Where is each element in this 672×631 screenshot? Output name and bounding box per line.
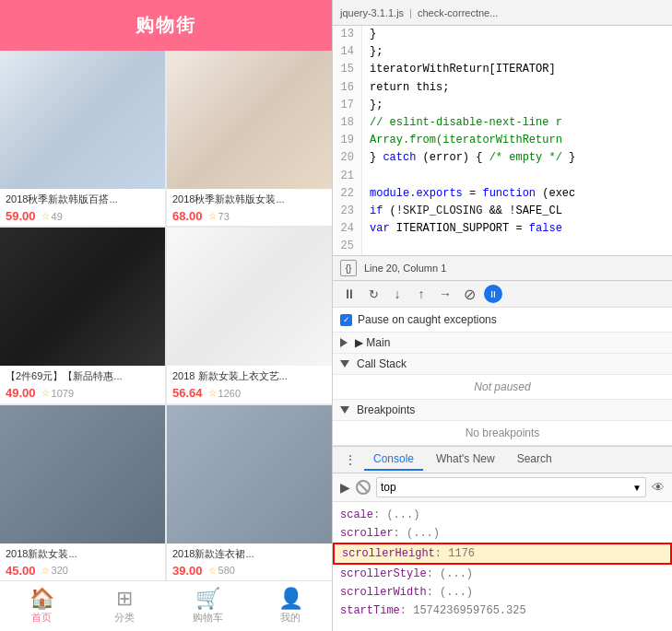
console-line: scroller: (...) <box>333 524 672 543</box>
code-line: 15 iteratorWithReturn[ITERATOR] <box>333 61 672 78</box>
prop-name: scale <box>340 508 373 521</box>
product-price-row: 45.00 ☆320 <box>6 564 159 578</box>
console-line: scrollerWidth: (...) <box>333 583 672 602</box>
product-info: 2018新款女装... 45.00 ☆320 <box>0 543 165 580</box>
devtools-panel: jquery-3.1.1.js | check-correctne... 13 … <box>332 0 672 631</box>
product-price-row: 56.64 ☆1260 <box>172 386 326 400</box>
product-card[interactable]: 【2件69元】【新品特惠... 49.00 ☆1079 <box>0 228 165 403</box>
product-image <box>167 405 332 543</box>
prop-value: : 1176 <box>435 547 475 560</box>
pretty-print-button[interactable]: {} <box>340 260 357 276</box>
nav-item-首页[interactable]: 🏠 首页 <box>0 581 83 631</box>
tab-console[interactable]: Console <box>364 449 423 471</box>
status-bar: {} Line 20, Column 1 <box>333 255 672 281</box>
threads-label: ▶ Main <box>355 336 390 349</box>
product-image <box>167 51 332 189</box>
call-stack-label: Call Stack <box>357 357 407 370</box>
product-price-row: 59.00 ☆49 <box>6 209 159 223</box>
exception-row: ✓ Pause on caught exceptions <box>333 308 672 333</box>
bottom-nav: 🏠 首页 ⊞ 分类 🛒 购物车 👤 我的 <box>0 580 332 631</box>
line-number: 23 <box>333 203 362 220</box>
step-over-button[interactable]: ↻ <box>364 285 383 303</box>
file-tab-check[interactable]: check-correctne... <box>418 7 498 18</box>
prop-name: startTime <box>340 604 400 617</box>
line-number: 16 <box>333 79 362 97</box>
product-price-row: 49.00 ☆1079 <box>6 386 159 400</box>
product-rating: ☆1260 <box>208 388 241 399</box>
console-line: scrollerHeight: 1176 <box>333 543 672 565</box>
threads-expand-icon[interactable] <box>340 338 348 347</box>
show-console-sidebar-button[interactable]: 👁 <box>652 480 665 495</box>
caught-exceptions-checkbox[interactable]: ✓ <box>340 314 352 326</box>
product-card[interactable]: 2018 新款女装上衣文艺... 56.64 ☆1260 <box>167 228 332 403</box>
tab-search[interactable]: Search <box>508 449 561 471</box>
console-tabs-bar: ⋮ Console What's New Search <box>333 446 672 473</box>
star-icon: ☆ <box>41 388 50 398</box>
step-into-button[interactable]: ↓ <box>388 285 407 303</box>
product-price: 56.64 <box>172 386 203 400</box>
code-line: 14 }; <box>333 43 672 61</box>
product-price: 68.00 <box>172 209 203 223</box>
prop-name: scrollerWidth <box>340 586 427 599</box>
line-code: // eslint-disable-next-line r <box>362 114 562 132</box>
call-stack-section: Call Stack <box>333 354 672 375</box>
prop-name: scrollerStyle <box>340 567 427 580</box>
execute-icon[interactable]: ▶ <box>340 480 350 495</box>
product-price-row: 39.00 ☆580 <box>172 564 326 578</box>
breakpoint-indicator[interactable]: ⏸ <box>484 285 502 303</box>
caught-exceptions-label: Pause on caught exceptions <box>358 313 497 326</box>
menu-dots[interactable]: ⋮ <box>340 452 360 467</box>
nav-icon: 🛒 <box>195 589 220 609</box>
tab-whats-new[interactable]: What's New <box>427 449 504 471</box>
context-dropdown-icon: ▼ <box>632 483 642 493</box>
pause-resume-button[interactable]: ⏸ <box>340 285 359 303</box>
line-number: 22 <box>333 185 362 203</box>
file-tab-list: jquery-3.1.1.js | check-correctne... <box>340 7 665 18</box>
product-image-placeholder <box>167 51 332 189</box>
code-line: 16 return this; <box>333 79 672 97</box>
product-image-placeholder <box>0 405 165 543</box>
star-icon: ☆ <box>208 211 217 221</box>
prop-value: : (...) <box>394 527 440 540</box>
debugger-controls: ⏸ ↻ ↓ ↑ → ⊘ ⏸ <box>333 281 672 308</box>
product-card[interactable]: 2018新款女装... 45.00 ☆320 <box>0 405 165 580</box>
code-line: 24 var ITERATION_SUPPORT = false <box>333 220 672 238</box>
product-card[interactable]: 2018新款连衣裙... 39.00 ☆580 <box>167 405 332 580</box>
step-out-button[interactable]: ↑ <box>412 285 430 303</box>
code-line: 22 module.exports = function (exec <box>333 185 672 203</box>
breakpoints-expand-icon[interactable] <box>340 406 349 414</box>
product-price-row: 68.00 ☆73 <box>172 209 326 223</box>
prop-value: : (...) <box>373 508 419 521</box>
nav-item-分类[interactable]: ⊞ 分类 <box>83 581 166 631</box>
line-number: 13 <box>333 26 362 43</box>
clear-console-button[interactable] <box>356 480 371 495</box>
prop-value: : (...) <box>427 586 473 599</box>
context-value: top <box>381 481 396 494</box>
star-icon: ☆ <box>208 388 217 398</box>
product-name: 【2件69元】【新品特惠... <box>6 369 159 383</box>
deactivate-button[interactable]: ⊘ <box>460 285 478 303</box>
prop-value: : 1574236959765.325 <box>400 604 526 617</box>
line-code: return this; <box>362 79 449 97</box>
file-tab-jquery[interactable]: jquery-3.1.1.js <box>340 7 404 18</box>
nav-icon: 👤 <box>278 589 303 609</box>
cursor-position: Line 20, Column 1 <box>364 263 446 274</box>
line-code: } <box>362 26 376 43</box>
prop-value: : (...) <box>427 567 473 580</box>
nav-label: 首页 <box>31 611 52 625</box>
line-code: }; <box>362 97 383 114</box>
context-selector[interactable]: top ▼ <box>376 477 646 497</box>
nav-item-我的[interactable]: 👤 我的 <box>249 581 332 631</box>
console-line: scale: (...) <box>333 506 672 524</box>
product-card[interactable]: 2018秋季新款韩版百搭... 59.00 ☆49 <box>0 51 165 226</box>
nav-item-购物车[interactable]: 🛒 购物车 <box>166 581 249 631</box>
nav-label: 分类 <box>114 611 135 625</box>
product-card[interactable]: 2018秋季新款韩版女装... 68.00 ☆73 <box>167 51 332 226</box>
threads-section: ▶ Main <box>333 333 672 354</box>
step-button[interactable]: → <box>436 285 454 303</box>
code-line: 17 }; <box>333 97 672 114</box>
line-number: 18 <box>333 114 362 132</box>
call-stack-expand-icon[interactable] <box>340 360 349 368</box>
line-code: }; <box>362 43 383 61</box>
console-line: scrollerStyle: (...) <box>333 565 672 583</box>
